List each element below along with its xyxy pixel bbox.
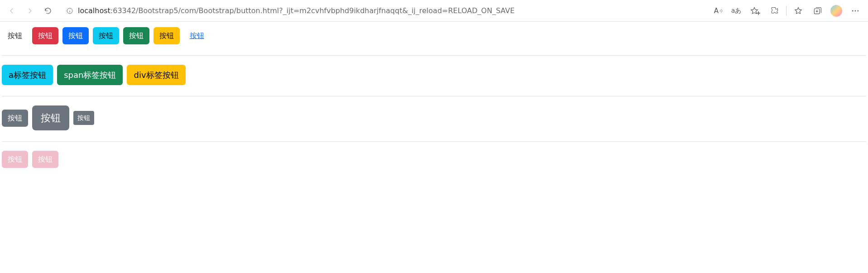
btn-disabled-1: 按钮 xyxy=(2,151,28,168)
favorite-button[interactable] xyxy=(746,3,764,19)
btn-primary-label: 按钮 xyxy=(68,31,83,40)
btn-default[interactable]: 按钮 xyxy=(2,27,28,44)
url-host: localhost xyxy=(78,6,110,15)
collections-button[interactable] xyxy=(808,3,826,19)
button-sizes-row: 按钮 按钮 按钮 xyxy=(2,102,866,134)
span-tag-button[interactable]: span标签按钮 xyxy=(57,65,123,85)
a-tag-button-label: a标签按钮 xyxy=(9,70,46,80)
btn-info[interactable]: 按钮 xyxy=(93,27,119,44)
btn-size-normal[interactable]: 按钮 xyxy=(2,110,28,127)
profile-button[interactable] xyxy=(827,3,845,19)
url-rest: :63342/Bootstrap5/com/Bootstrap/button.h… xyxy=(110,6,515,15)
translate-button[interactable]: aあ xyxy=(727,3,745,19)
btn-size-small[interactable]: 按钮 xyxy=(73,111,94,125)
btn-danger-label: 按钮 xyxy=(38,31,53,40)
site-info-icon[interactable] xyxy=(65,6,74,15)
profile-avatar-icon xyxy=(830,5,842,17)
translate-icon: aあ xyxy=(729,7,744,15)
collections-icon xyxy=(813,6,822,15)
arrow-left-icon xyxy=(8,7,16,15)
browser-toolbar: localhost:63342/Bootstrap5/com/Bootstrap… xyxy=(0,0,868,22)
toolbar-right: A aあ xyxy=(708,3,864,19)
span-tag-button-label: span标签按钮 xyxy=(64,70,116,80)
button-tags-row: a标签按钮 span标签按钮 div标签按钮 xyxy=(2,61,866,89)
refresh-button[interactable] xyxy=(40,3,56,19)
url-text: localhost:63342/Bootstrap5/com/Bootstrap… xyxy=(78,6,696,15)
btn-success[interactable]: 按钮 xyxy=(123,27,149,44)
divider-1 xyxy=(2,55,866,56)
favorites-list-button[interactable] xyxy=(789,3,807,19)
btn-disabled-2-label: 按钮 xyxy=(38,155,53,163)
read-aloud-button[interactable]: A xyxy=(708,3,726,19)
more-icon xyxy=(851,6,860,15)
arrow-right-icon xyxy=(26,7,34,15)
forward-button[interactable] xyxy=(22,3,38,19)
divider-3 xyxy=(2,141,866,142)
btn-info-label: 按钮 xyxy=(99,31,113,40)
puzzle-icon xyxy=(770,6,779,15)
star-plus-icon xyxy=(756,11,761,15)
btn-danger[interactable]: 按钮 xyxy=(32,27,58,44)
div-tag-button-label: div标签按钮 xyxy=(134,70,178,80)
btn-default-label: 按钮 xyxy=(8,31,22,40)
btn-size-large[interactable]: 按钮 xyxy=(32,105,69,130)
star-outline-icon xyxy=(794,6,803,15)
btn-warning-label: 按钮 xyxy=(159,31,174,40)
svg-point-5 xyxy=(855,10,856,11)
btn-warning[interactable]: 按钮 xyxy=(153,27,180,44)
page-content: 按钮 按钮 按钮 按钮 按钮 按钮 按钮 a标签按钮 span标签按钮 div标… xyxy=(0,22,868,190)
btn-disabled-1-label: 按钮 xyxy=(8,155,22,163)
btn-link-label: 按钮 xyxy=(190,31,204,40)
address-bar[interactable]: localhost:63342/Bootstrap5/com/Bootstrap… xyxy=(61,3,701,19)
btn-size-normal-label: 按钮 xyxy=(8,114,22,122)
toolbar-separator xyxy=(786,6,786,16)
a-tag-button[interactable]: a标签按钮 xyxy=(2,65,53,85)
svg-point-6 xyxy=(858,10,859,11)
btn-size-small-label: 按钮 xyxy=(77,114,90,121)
more-button[interactable] xyxy=(846,3,864,19)
btn-disabled-2: 按钮 xyxy=(32,151,58,168)
btn-size-large-label: 按钮 xyxy=(41,112,61,124)
extensions-button[interactable] xyxy=(765,3,783,19)
button-disabled-row: 按钮 按钮 xyxy=(2,147,866,172)
refresh-icon xyxy=(44,7,52,15)
div-tag-button[interactable]: div标签按钮 xyxy=(127,65,185,85)
btn-primary[interactable]: 按钮 xyxy=(62,27,89,44)
button-variants-row: 按钮 按钮 按钮 按钮 按钮 按钮 按钮 xyxy=(2,24,866,48)
divider-2 xyxy=(2,96,866,96)
btn-link[interactable]: 按钮 xyxy=(184,28,210,44)
svg-point-4 xyxy=(852,10,854,11)
back-button[interactable] xyxy=(4,3,20,19)
btn-success-label: 按钮 xyxy=(129,31,144,40)
read-aloud-waves-icon xyxy=(719,9,723,13)
